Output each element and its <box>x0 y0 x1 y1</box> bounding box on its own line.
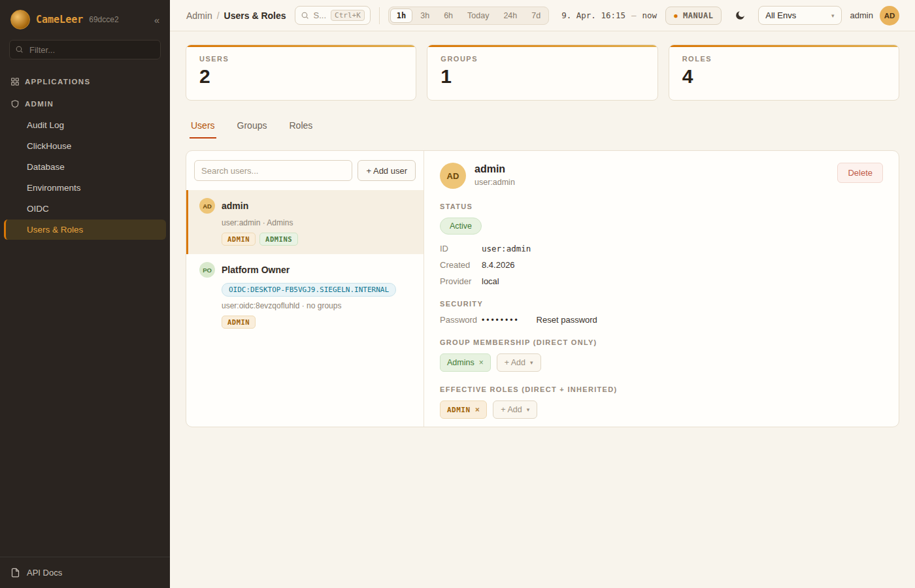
sidebar-item-users-roles[interactable]: Users & Roles <box>4 220 166 240</box>
sidebar-item-database[interactable]: Database <box>4 157 166 177</box>
stat-label: GROUPS <box>441 55 644 63</box>
sidebar-item-environments[interactable]: Environments <box>4 178 166 198</box>
user-name: admin <box>850 10 873 20</box>
user-item-name: Platform Owner <box>222 265 290 275</box>
delete-user-button[interactable]: Delete <box>837 163 883 183</box>
sidebar-item-oidc[interactable]: OIDC <box>4 199 166 219</box>
document-icon <box>10 568 20 578</box>
field-label: Provider <box>440 276 482 286</box>
oidc-issuer-badge: OIDC:DESKTOP-FB5VGJ9.SIEGELN.INTERNAL <box>222 283 396 297</box>
field-value: user:admin <box>482 244 531 253</box>
field-label: Created <box>440 260 482 270</box>
sidebar: CameLeer 69dcce2 « APPLICATIONS ADMIN Au… <box>0 0 170 588</box>
reset-password-button[interactable]: Reset password <box>537 315 597 325</box>
time-display[interactable]: 9. Apr. 16:15 — now <box>561 10 657 20</box>
password-masked-value: •••••••• <box>482 316 520 325</box>
stat-card-roles: ROLES 4 <box>669 44 899 101</box>
roles-section-heading: EFFECTIVE ROLES (DIRECT + INHERITED) <box>440 385 883 393</box>
refresh-mode-button[interactable]: ● MANUAL <box>665 7 722 25</box>
effective-roles-row: ADMIN × + Add ▾ <box>440 400 883 419</box>
remove-role-icon[interactable]: × <box>475 405 480 414</box>
user-list-item-platform-owner[interactable]: PO Platform Owner OIDC:DESKTOP-FB5VGJ9.S… <box>186 254 424 337</box>
time-range-today[interactable]: Today <box>461 8 495 23</box>
users-panel: + Add user AD admin user:admin · Admins … <box>186 150 899 427</box>
groups-section-heading: GROUP MEMBERSHIP (DIRECT ONLY) <box>440 338 883 346</box>
field-row-provider: Provider local <box>440 276 883 286</box>
chevron-down-icon: ▾ <box>831 12 835 19</box>
time-range-1h[interactable]: 1h <box>390 8 412 23</box>
section-label: APPLICATIONS <box>25 78 90 86</box>
user-item-meta: user:admin · Admins <box>222 218 414 227</box>
stat-cards: USERS 2 GROUPS 1 ROLES 4 <box>186 44 899 101</box>
sidebar-section-applications[interactable]: APPLICATIONS <box>0 70 170 92</box>
time-range-24h[interactable]: 24h <box>497 8 524 23</box>
section-label: ADMIN <box>25 100 54 108</box>
time-range-6h[interactable]: 6h <box>437 8 459 23</box>
status-section-heading: STATUS <box>440 203 883 210</box>
environment-select[interactable]: All Envs ▾ <box>758 6 841 25</box>
group-chip-admins: Admins × <box>440 353 491 372</box>
field-row-created: Created 8.4.2026 <box>440 260 883 270</box>
status-badge: Active <box>440 218 482 235</box>
stat-label: ROLES <box>682 55 886 63</box>
user-detail-id: user:admin <box>474 178 515 187</box>
user-item-name: admin <box>222 201 248 211</box>
role-chip-label: ADMIN <box>447 406 471 414</box>
role-badge-admin: ADMIN <box>222 316 256 329</box>
user-item-meta: user:oidc:8evzqofluhld · no groups <box>222 301 414 310</box>
status-dot-icon: ● <box>674 12 678 19</box>
stat-card-users: USERS 2 <box>186 44 416 101</box>
field-row-id: ID user:admin <box>440 244 883 253</box>
sidebar-item-audit-log[interactable]: Audit Log <box>4 115 166 135</box>
user-detail-header: AD admin user:admin Delete <box>440 163 883 189</box>
add-user-button[interactable]: + Add user <box>358 160 416 181</box>
breadcrumb: Admin / Users & Roles <box>186 10 286 21</box>
field-label: ID <box>440 244 482 253</box>
avatar: AD <box>440 163 466 189</box>
add-role-button[interactable]: + Add ▾ <box>493 400 537 419</box>
time-range-7d[interactable]: 7d <box>525 8 547 23</box>
search-shortcut-kbd: Ctrl+K <box>331 10 365 21</box>
group-badge-admins: ADMINS <box>259 233 298 246</box>
user-fields: ID user:admin Created 8.4.2026 Provider … <box>440 244 883 286</box>
user-list: + Add user AD admin user:admin · Admins … <box>186 151 424 427</box>
dark-mode-toggle[interactable] <box>730 6 750 25</box>
shield-icon <box>10 99 20 108</box>
sidebar-filter-input[interactable] <box>9 40 161 59</box>
time-range-picker: 1h 3h 6h Today 24h 7d <box>388 7 549 25</box>
sidebar-section-admin[interactable]: ADMIN <box>0 92 170 114</box>
tab-groups[interactable]: Groups <box>236 115 269 139</box>
sidebar-collapse-icon[interactable]: « <box>154 14 159 25</box>
role-badge-admin: ADMIN <box>222 233 256 246</box>
add-group-button[interactable]: + Add ▾ <box>497 353 541 372</box>
group-membership-row: Admins × + Add ▾ <box>440 353 883 372</box>
user-detail-name: admin <box>474 163 515 175</box>
api-docs-label: API Docs <box>27 568 62 578</box>
page-content: USERS 2 GROUPS 1 ROLES 4 Users Groups Ro… <box>170 31 915 588</box>
environment-value: All Envs <box>765 10 796 20</box>
user-item-head: AD admin <box>199 198 414 214</box>
search-icon <box>301 11 309 20</box>
global-search-button[interactable]: S... Ctrl+K <box>295 6 371 25</box>
user-list-item-admin[interactable]: AD admin user:admin · Admins ADMIN ADMIN… <box>186 190 424 254</box>
user-menu[interactable]: admin AD <box>850 6 899 25</box>
app-name[interactable]: CameLeer <box>36 14 83 25</box>
sidebar-item-clickhouse[interactable]: ClickHouse <box>4 136 166 156</box>
stat-card-groups: GROUPS 1 <box>427 44 657 101</box>
remove-group-icon[interactable]: × <box>479 358 484 367</box>
user-item-badges: ADMIN ADMINS <box>222 233 414 246</box>
api-docs-link[interactable]: API Docs <box>0 557 170 588</box>
user-item-badges: ADMIN <box>222 316 414 329</box>
chevron-down-icon: ▾ <box>527 406 530 413</box>
breadcrumb-admin[interactable]: Admin <box>186 10 212 21</box>
password-label: Password <box>440 315 482 325</box>
tab-users[interactable]: Users <box>190 115 216 139</box>
time-end: now <box>642 10 657 20</box>
app-logo-icon[interactable] <box>10 10 30 29</box>
sidebar-admin-items: Audit Log ClickHouse Database Environmen… <box>0 114 170 244</box>
search-users-input[interactable] <box>194 160 352 181</box>
tab-roles[interactable]: Roles <box>288 115 314 139</box>
user-detail-title: admin user:admin <box>474 163 515 187</box>
add-group-label: + Add <box>505 358 525 367</box>
time-range-3h[interactable]: 3h <box>414 8 436 23</box>
